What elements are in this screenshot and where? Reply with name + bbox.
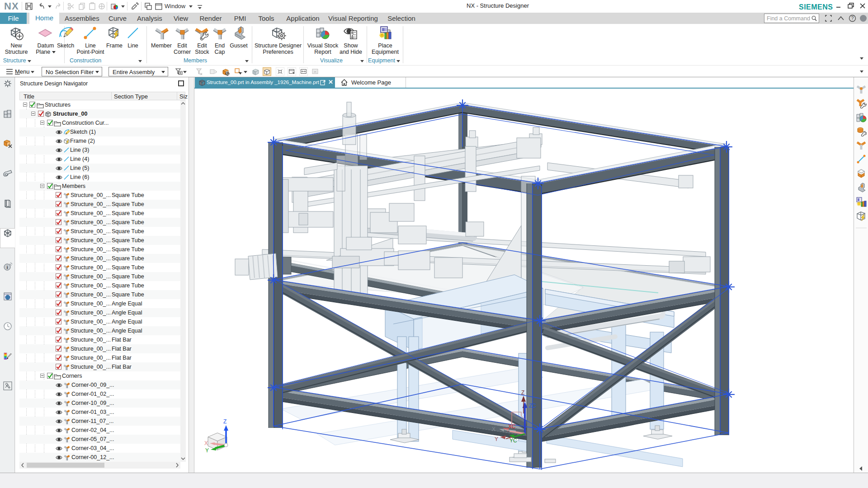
svg-text:Z: Z	[521, 389, 524, 396]
svg-text:i: i	[6, 264, 8, 270]
svg-text:Y: Y	[205, 447, 209, 454]
svg-text:Z: Z	[223, 418, 226, 425]
svg-text:YC: YC	[509, 437, 517, 444]
svg-text:X: X	[204, 440, 208, 446]
svg-text:ZC: ZC	[529, 403, 536, 409]
svg-text:?: ?	[851, 16, 854, 21]
svg-text:X: X	[492, 426, 495, 432]
svg-text:Y: Y	[495, 436, 498, 442]
